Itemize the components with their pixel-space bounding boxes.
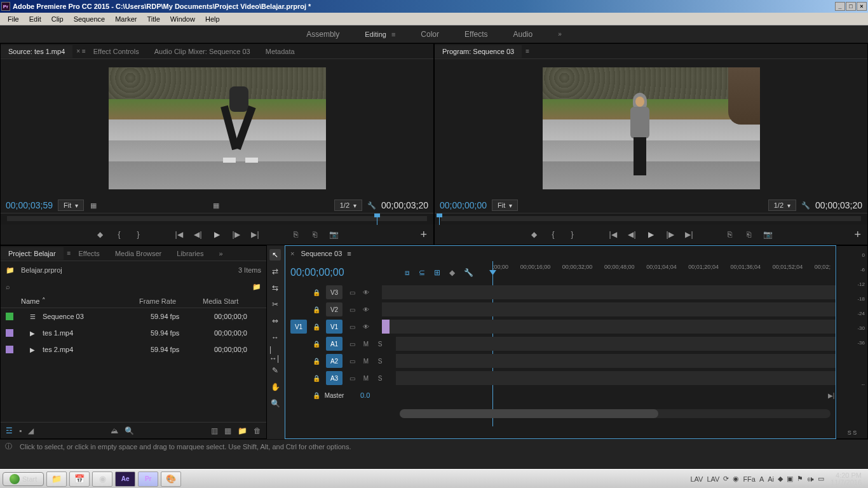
mark-in-button[interactable]: { (114, 229, 125, 240)
tray-icon[interactable]: ◉ (733, 475, 739, 483)
pen-tool[interactable]: ✎ (269, 365, 281, 376)
taskbar-aftereffects-icon[interactable]: Ae (115, 471, 135, 487)
track-target[interactable]: A3 (326, 371, 342, 385)
step-fwd-button[interactable]: |▶ (231, 229, 241, 240)
label-color-chip[interactable] (6, 346, 13, 353)
menu-help[interactable]: Help (200, 14, 225, 24)
tray-icon[interactable]: A (759, 475, 764, 483)
tab-menu-icon[interactable]: ≡ (347, 250, 351, 257)
lock-icon[interactable]: 🔒 (312, 375, 321, 382)
project-row[interactable]: ▶ tes 2.mp4 59.94 fps 00;00;00;0 (1, 341, 266, 358)
goto-out-button[interactable]: ▶| (250, 229, 261, 240)
video-track[interactable]: 🔒 V2 ▭ 👁 (290, 301, 836, 318)
program-ruler[interactable] (435, 213, 867, 224)
tab-menu-icon[interactable]: ≡ (526, 48, 529, 55)
col-name[interactable]: Name ˄ (6, 297, 139, 305)
project-row[interactable]: ☰ Sequence 03 59.94 fps 00;00;00;0 (1, 308, 266, 325)
safe-margins-icon[interactable]: ▦ (89, 201, 98, 210)
track-lane[interactable] (396, 337, 836, 351)
tray-icon[interactable]: ▭ (818, 475, 824, 483)
window-titlebar[interactable]: Pr Adobe Premiere Pro CC 2015 - C:\Users… (0, 0, 868, 13)
solo-icon[interactable]: S (376, 341, 384, 348)
taskbar-chrome-icon[interactable]: ◉ (92, 471, 112, 487)
play-button[interactable]: ▶ (212, 229, 222, 240)
solo-icon[interactable]: S (376, 358, 384, 365)
solo-icon[interactable]: S (376, 375, 384, 382)
goto-in-button[interactable]: |◀ (174, 229, 184, 240)
tab-libraries[interactable]: Libraries (169, 247, 211, 260)
tab-source[interactable]: Source: tes 1.mp4 (1, 45, 72, 58)
tab-metadata[interactable]: Metadata (258, 45, 302, 58)
timeline-ruler[interactable]: ;00;0000;00;16;0000;00;32;0000;00;48;000… (492, 261, 831, 284)
track-lane[interactable] (382, 302, 836, 316)
tab-audio-mixer[interactable]: Audio Clip Mixer: Sequence 03 (147, 45, 258, 58)
taskbar-calendar-icon[interactable]: 📅 (69, 471, 90, 487)
project-row[interactable]: ▶ tes 1.mp4 59.94 fps 00;00;00;0 (1, 325, 266, 341)
audio-track[interactable]: 🔒 A3 ▭ M S (290, 370, 836, 386)
menu-title[interactable]: Title (142, 14, 165, 24)
wrench-icon[interactable]: 🔧 (367, 201, 376, 210)
track-target[interactable]: A1 (326, 337, 342, 351)
label-color-chip[interactable] (6, 329, 13, 337)
timeline-scrollbar[interactable] (400, 409, 831, 418)
project-columns[interactable]: Name ˄ Frame Rate Media Start (1, 294, 266, 308)
source-patch[interactable]: V1 (290, 320, 307, 334)
mark-out-button[interactable]: } (567, 229, 578, 240)
source-playhead[interactable] (377, 214, 377, 225)
tab-overflow-icon[interactable]: » (211, 247, 230, 260)
new-bin-button[interactable]: ▥ (211, 426, 218, 435)
delete-button[interactable]: 🗑 (254, 426, 261, 435)
taskbar-explorer-icon[interactable]: 📁 (46, 471, 67, 487)
settings-icon[interactable]: 🔧 (464, 268, 473, 277)
workspace-menu-icon[interactable]: ≡ (391, 30, 395, 38)
export-frame-button[interactable]: 📷 (329, 229, 339, 240)
lock-icon[interactable]: 🔒 (312, 392, 321, 399)
tray-icon[interactable]: ◆ (778, 475, 783, 483)
add-marker-button[interactable]: ◆ (95, 229, 105, 240)
automate-icon[interactable]: ⛰ (111, 426, 118, 435)
lift-button[interactable]: ⎘ (725, 229, 735, 240)
toggle-output-icon[interactable]: ▭ (348, 306, 356, 313)
workspace-assembly[interactable]: Assembly (306, 30, 339, 39)
goto-in-button[interactable]: |◀ (608, 229, 618, 240)
mute-icon[interactable]: M (362, 375, 370, 382)
menu-window[interactable]: Window (165, 14, 200, 24)
taskbar-paint-icon[interactable]: 🎨 (161, 471, 181, 487)
program-timecode[interactable]: 00;00;00;00 (440, 200, 487, 210)
expand-icon[interactable]: ▶| (827, 392, 836, 399)
step-back-button[interactable]: ◀| (627, 229, 637, 240)
mute-icon[interactable]: M (362, 358, 370, 365)
export-frame-button[interactable]: 📷 (763, 229, 773, 240)
program-res-select[interactable]: 1/2 ▾ (768, 200, 796, 211)
track-lane[interactable] (382, 320, 836, 334)
source-timecode[interactable]: 00;00;03;59 (6, 200, 53, 210)
ripple-tool[interactable]: ⇆ (269, 282, 281, 294)
lock-icon[interactable]: 🔒 (312, 341, 321, 348)
insert-button[interactable]: ⎘ (291, 229, 301, 240)
menu-sequence[interactable]: Sequence (69, 14, 111, 24)
source-patch[interactable] (290, 285, 307, 299)
clip[interactable] (382, 320, 390, 334)
button-editor-icon[interactable]: + (854, 228, 861, 241)
program-preview[interactable] (435, 59, 867, 198)
tray-icon[interactable]: ⟳ (723, 475, 729, 483)
program-zoom-select[interactable]: Fit ▾ (492, 200, 518, 211)
toggle-eye-icon[interactable]: 👁 (362, 323, 370, 330)
selection-tool[interactable]: ↖ (269, 249, 281, 261)
system-clock[interactable]: 4:20 PM 11/7/2016 (827, 472, 865, 486)
track-lane[interactable] (382, 285, 836, 299)
lock-icon[interactable]: 🔒 (312, 289, 321, 296)
taskbar-premiere-icon[interactable]: Pr (138, 471, 158, 487)
tray-icon[interactable]: ▣ (787, 475, 793, 483)
slip-tool[interactable]: ⇔ (269, 315, 281, 327)
toggle-eye-icon[interactable]: 👁 (362, 306, 370, 313)
maximize-button[interactable]: □ (846, 2, 856, 11)
tab-project[interactable]: Project: Belajar (1, 247, 64, 260)
col-frame-rate[interactable]: Frame Rate (139, 297, 203, 305)
new-item-button[interactable]: ▦ (224, 426, 231, 435)
settings-icon[interactable]: ▦ (212, 201, 220, 210)
workspace-editing[interactable]: Editing≡ (365, 30, 395, 39)
workspace-color[interactable]: Color (421, 30, 439, 39)
track-target[interactable]: V1 (326, 320, 342, 334)
slide-tool[interactable]: ↔ (269, 332, 281, 343)
